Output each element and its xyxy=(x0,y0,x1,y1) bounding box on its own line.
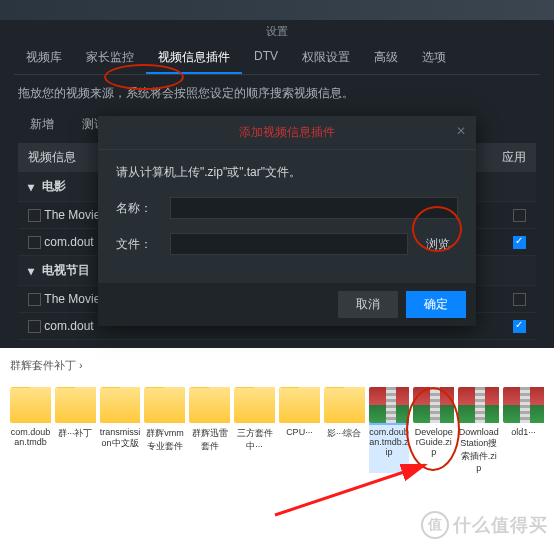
plugin-name: The Movie xyxy=(44,208,100,222)
browse-button[interactable]: 浏览 xyxy=(418,236,458,253)
close-icon[interactable]: ✕ xyxy=(456,124,466,138)
main-tabs: 视频库 家长监控 视频信息插件 DTV 权限设置 高级 选项 xyxy=(14,43,540,75)
folder-icon xyxy=(234,387,275,423)
name-input[interactable] xyxy=(170,197,458,219)
file-explorer: 群辉套件补丁 › com.douban.tmdb群···补丁transmissi… xyxy=(0,348,554,473)
drag-handle-icon[interactable] xyxy=(28,293,41,306)
file-label: com.douban.tmdb.zip xyxy=(369,427,410,457)
folder-icon xyxy=(279,387,320,423)
use-checkbox[interactable] xyxy=(513,320,526,333)
file-label: 群辉vmm专业套件 xyxy=(144,427,185,453)
file-grid: com.douban.tmdb群···补丁transmission中文版群辉vm… xyxy=(10,387,544,473)
file-item[interactable]: DownloadStation搜索插件.zip xyxy=(458,387,499,473)
chevron-down-icon: ▾ xyxy=(28,264,42,278)
window-title: 设置 xyxy=(0,20,554,43)
plugin-name: com.dout xyxy=(44,235,93,249)
col-use: 应用 xyxy=(502,149,526,166)
file-item[interactable]: 三方套件中··· xyxy=(234,387,275,473)
dialog-description: 请从计算机上传".zip"或".tar"文件。 xyxy=(116,164,458,181)
group-label: 电影 xyxy=(42,178,66,195)
tab-options[interactable]: 选项 xyxy=(410,43,458,74)
folder-icon xyxy=(100,387,141,423)
file-item[interactable]: 影···综合 xyxy=(324,387,365,473)
drag-handle-icon[interactable] xyxy=(28,236,41,249)
file-label: DeveloperGuide.zip xyxy=(413,427,454,457)
drag-handle-icon[interactable] xyxy=(28,209,41,222)
file-input[interactable] xyxy=(170,233,408,255)
folder-icon xyxy=(189,387,230,423)
file-label: 影···综合 xyxy=(324,427,365,440)
folder-icon xyxy=(144,387,185,423)
file-label: 群···补丁 xyxy=(55,427,96,440)
watermark: 值 什么值得买 xyxy=(421,511,548,539)
group-label: 电视节目 xyxy=(42,262,90,279)
folder-icon xyxy=(10,387,51,423)
use-checkbox[interactable] xyxy=(513,293,526,306)
file-item[interactable]: 群辉vmm专业套件 xyxy=(144,387,185,473)
page-description: 拖放您的视频来源，系统将会按照您设定的顺序搜索视频信息。 xyxy=(18,85,536,102)
file-item[interactable]: transmission中文版 xyxy=(100,387,141,473)
name-label: 名称： xyxy=(116,200,160,217)
file-item[interactable]: com.douban.tmdb.zip xyxy=(369,387,410,473)
file-label: CPU··· xyxy=(279,427,320,437)
file-label: 文件： xyxy=(116,236,160,253)
tab-library[interactable]: 视频库 xyxy=(14,43,74,74)
col-name: 视频信息 xyxy=(28,149,88,166)
watermark-text: 什么值得买 xyxy=(453,513,548,537)
file-label: 三方套件中··· xyxy=(234,427,275,453)
settings-window: 设置 视频库 家长监控 视频信息插件 DTV 权限设置 高级 选项 拖放您的视频… xyxy=(0,20,554,348)
folder-icon xyxy=(324,387,365,423)
breadcrumb[interactable]: 群辉套件补丁 › xyxy=(10,354,544,387)
file-label: com.douban.tmdb xyxy=(10,427,51,447)
ok-button[interactable]: 确定 xyxy=(406,291,466,318)
cancel-button[interactable]: 取消 xyxy=(338,291,398,318)
add-plugin-dialog: 添加视频信息插件 ✕ 请从计算机上传".zip"或".tar"文件。 名称： 文… xyxy=(98,116,476,326)
file-item[interactable]: old1··· xyxy=(503,387,544,473)
tab-video-info-plugin[interactable]: 视频信息插件 xyxy=(146,43,242,74)
tab-dtv[interactable]: DTV xyxy=(242,43,290,74)
drag-handle-icon[interactable] xyxy=(28,320,41,333)
archive-icon xyxy=(458,387,499,423)
file-label: DownloadStation搜索插件.zip xyxy=(458,427,499,473)
folder-icon xyxy=(55,387,96,423)
use-checkbox[interactable] xyxy=(513,209,526,222)
use-checkbox[interactable] xyxy=(513,236,526,249)
archive-icon xyxy=(413,387,454,423)
archive-icon xyxy=(503,387,544,423)
add-button[interactable]: 新增 xyxy=(18,112,66,137)
file-label: old1··· xyxy=(503,427,544,437)
file-label: 群辉迅雷套件 xyxy=(189,427,230,453)
archive-icon xyxy=(369,387,410,423)
plugin-name: com.dout xyxy=(44,319,93,333)
file-item[interactable]: DeveloperGuide.zip xyxy=(413,387,454,473)
file-item[interactable]: 群辉迅雷套件 xyxy=(189,387,230,473)
banner-image xyxy=(0,0,554,20)
watermark-icon: 值 xyxy=(421,511,449,539)
plugin-name: The Movie xyxy=(44,292,100,306)
file-item[interactable]: CPU··· xyxy=(279,387,320,473)
chevron-down-icon: ▾ xyxy=(28,180,42,194)
file-label: transmission中文版 xyxy=(100,427,141,450)
tab-permissions[interactable]: 权限设置 xyxy=(290,43,362,74)
tab-advanced[interactable]: 高级 xyxy=(362,43,410,74)
tab-parental[interactable]: 家长监控 xyxy=(74,43,146,74)
dialog-title: 添加视频信息插件 ✕ xyxy=(98,116,476,150)
file-item[interactable]: com.douban.tmdb xyxy=(10,387,51,473)
file-item[interactable]: 群···补丁 xyxy=(55,387,96,473)
